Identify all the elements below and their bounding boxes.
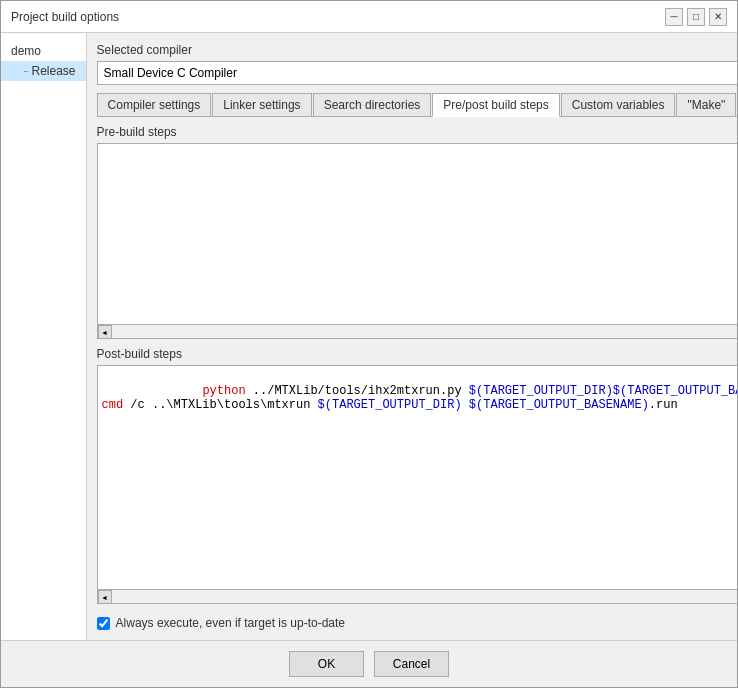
compiler-select[interactable]: Small Device C Compiler xyxy=(97,61,737,85)
post-build-line2-space xyxy=(462,398,469,412)
tab-pre-post-build-steps[interactable]: Pre/post build steps xyxy=(432,93,559,117)
tab-make[interactable]: "Make" xyxy=(676,93,736,116)
post-build-line2-args: /c ..\MTXLib\tools\mtxrun xyxy=(123,398,317,412)
ok-button[interactable]: OK xyxy=(289,651,364,677)
always-execute-checkbox[interactable] xyxy=(97,617,110,630)
post-build-text-wrapper: python ../MTXLib/tools/ihx2mtxrun.py $(T… xyxy=(97,365,737,604)
post-scroll-left-icon[interactable]: ◄ xyxy=(98,590,112,604)
sidebar-release-label: Release xyxy=(32,64,76,78)
maximize-button[interactable]: □ xyxy=(687,8,705,26)
scroll-left-icon[interactable]: ◄ xyxy=(98,325,112,339)
pre-build-scrollbar-h[interactable]: ◄ ► xyxy=(98,324,737,338)
post-build-line2-end: .run xyxy=(649,398,678,412)
tab-custom-variables[interactable]: Custom variables xyxy=(561,93,676,116)
sidebar-item-demo[interactable]: demo xyxy=(1,41,86,61)
post-build-panel: Post-build steps python ../MTXLib/tools/… xyxy=(97,347,737,604)
compiler-label: Selected compiler xyxy=(97,43,737,57)
tab-compiler-settings[interactable]: Compiler settings xyxy=(97,93,212,116)
sidebar-item-release[interactable]: Release xyxy=(1,61,86,81)
pre-build-textarea[interactable] xyxy=(98,144,737,324)
checkbox-row: Always execute, even if target is up-to-… xyxy=(97,616,737,630)
content-area: demo Release Selected compiler Small Dev… xyxy=(1,33,737,640)
post-build-line1-cmd: python xyxy=(202,384,245,398)
post-build-content[interactable]: python ../MTXLib/tools/ihx2mtxrun.py $(T… xyxy=(98,366,737,589)
always-execute-label[interactable]: Always execute, even if target is up-to-… xyxy=(116,616,345,630)
window-controls: ─ □ ✕ xyxy=(665,8,727,26)
pre-build-panel: Pre-build steps ▲ ▼ ◄ ► xyxy=(97,125,737,339)
post-build-line2-cmd: cmd xyxy=(102,398,124,412)
sidebar: demo Release xyxy=(1,33,87,640)
cancel-button[interactable]: Cancel xyxy=(374,651,449,677)
footer: OK Cancel xyxy=(1,640,737,687)
post-scroll-track-h xyxy=(112,590,737,603)
titlebar: Project build options ─ □ ✕ xyxy=(1,1,737,33)
post-build-line2-var1: $(TARGET_OUTPUT_DIR) xyxy=(318,398,462,412)
compiler-select-wrapper: Small Device C Compiler ▼ xyxy=(97,61,737,85)
pre-build-text-wrapper: ▲ ▼ ◄ ► xyxy=(97,143,737,339)
tabs-container: Compiler settings Linker settings Search… xyxy=(97,93,737,117)
tab-search-directories[interactable]: Search directories xyxy=(313,93,432,116)
panels-area: Pre-build steps ▲ ▼ ◄ ► xyxy=(97,125,737,630)
tab-linker-settings[interactable]: Linker settings xyxy=(212,93,311,116)
post-build-line2-var2: $(TARGET_OUTPUT_BASENAME) xyxy=(469,398,649,412)
post-build-line1-var: $(TARGET_OUTPUT_DIR)$(TARGET_OUTPUT_BASE… xyxy=(469,384,737,398)
main-window: Project build options ─ □ ✕ demo Release… xyxy=(0,0,738,688)
post-build-line1-args: ../MTXLib/tools/ihx2mtxrun.py xyxy=(246,384,469,398)
post-build-scrollbar-h[interactable]: ◄ ► xyxy=(98,589,737,603)
scroll-track-h xyxy=(112,325,737,338)
pre-build-label: Pre-build steps xyxy=(97,125,737,139)
window-title: Project build options xyxy=(11,10,119,24)
compiler-section: Selected compiler Small Device C Compile… xyxy=(97,43,737,85)
main-panel: Selected compiler Small Device C Compile… xyxy=(87,33,737,640)
post-build-label: Post-build steps xyxy=(97,347,737,361)
close-button[interactable]: ✕ xyxy=(709,8,727,26)
minimize-button[interactable]: ─ xyxy=(665,8,683,26)
